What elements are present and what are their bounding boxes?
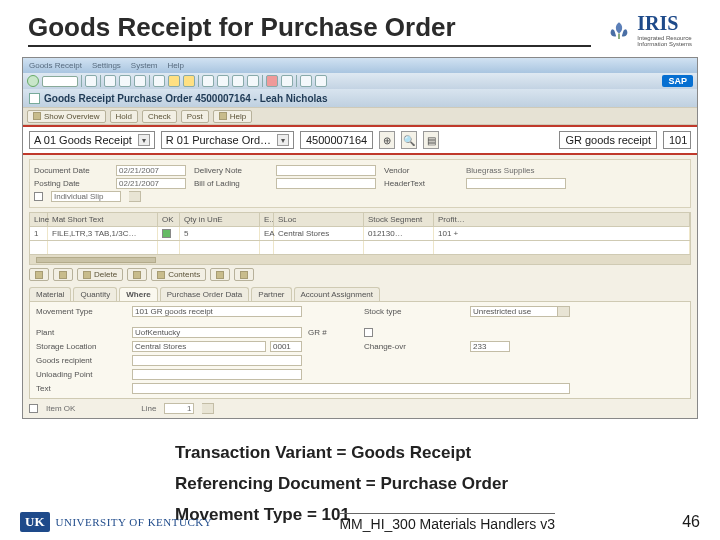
page-number: 46 <box>682 513 700 531</box>
plant-field[interactable]: UofKentucky <box>132 327 302 338</box>
grid-btn-2[interactable] <box>53 268 73 281</box>
item-ok-check[interactable] <box>29 404 38 413</box>
next-icon[interactable] <box>232 75 244 87</box>
findnext-icon[interactable] <box>183 75 195 87</box>
text-field[interactable] <box>132 383 570 394</box>
grid-btn-contents[interactable]: Contents <box>151 268 206 281</box>
menu-gr[interactable]: Goods Receipt <box>29 61 82 70</box>
first-icon[interactable] <box>202 75 214 87</box>
execute-icon[interactable]: ⊕ <box>379 131 395 149</box>
help-icon[interactable] <box>300 75 312 87</box>
sap-std-toolbar: SAP <box>23 73 697 89</box>
command-field[interactable] <box>42 76 78 87</box>
variant-a01-label: A 01 Goods Receipt <box>34 134 132 146</box>
grid-btn-4[interactable] <box>127 268 147 281</box>
lbl-header: HeaderText <box>384 179 458 188</box>
layout-icon[interactable] <box>315 75 327 87</box>
prev-icon[interactable] <box>217 75 229 87</box>
hold-button[interactable]: Hold <box>110 110 138 123</box>
show-overview-button[interactable]: Show Overview <box>27 110 106 123</box>
menu-help[interactable]: Help <box>168 61 184 70</box>
sloc-code[interactable]: 0001 <box>270 341 302 352</box>
menu-settings[interactable]: Settings <box>92 61 121 70</box>
grid-btn-1[interactable] <box>29 268 49 281</box>
sloc-field[interactable]: Central Stores <box>132 341 266 352</box>
lbl-gri: GR # <box>308 328 358 337</box>
gr-text-field[interactable]: GR goods receipt <box>559 131 657 149</box>
item-row[interactable]: 1 FILE,LTR,3 TAB,1/3C… 5 EA Central Stor… <box>29 227 691 241</box>
deliv-note-field[interactable] <box>276 165 376 176</box>
ok-checkbox[interactable] <box>162 229 171 238</box>
print-icon[interactable] <box>153 75 165 87</box>
toggle-icon[interactable] <box>29 93 40 104</box>
last-icon[interactable] <box>247 75 259 87</box>
lbl-plant: Plant <box>36 328 126 337</box>
post-button[interactable]: Post <box>181 110 209 123</box>
shortcut-icon[interactable] <box>281 75 293 87</box>
unload-field[interactable] <box>132 369 302 380</box>
tab-acct[interactable]: Account Assignment <box>294 287 380 301</box>
tab-podata[interactable]: Purchase Order Data <box>160 287 250 301</box>
sap-logo: SAP <box>662 75 693 87</box>
menu-system[interactable]: System <box>131 61 158 70</box>
stock-field[interactable]: Unrestricted use <box>470 306 558 317</box>
back-icon[interactable] <box>104 75 116 87</box>
cell-line: 1 <box>30 227 48 240</box>
cancel-icon[interactable] <box>134 75 146 87</box>
movement-type-field[interactable]: 101 <box>663 131 691 149</box>
lbl-unload: Unloading Point <box>36 370 126 379</box>
reference-doc-dropdown[interactable]: R 01 Purchase Ord… ▾ <box>161 131 294 149</box>
tab-partner[interactable]: Partner <box>251 287 291 301</box>
slip-dropdown[interactable]: Individual Slip <box>51 191 121 202</box>
find-icon[interactable] <box>168 75 180 87</box>
search-po-icon[interactable]: 🔍 <box>401 131 417 149</box>
cell-desc: FILE,LTR,3 TAB,1/3C… <box>48 227 158 240</box>
module-name: MM_HI_300 Materials Handlers v3 <box>339 513 555 532</box>
lbl-chg: Change-ovr <box>364 342 464 351</box>
lbl-delivnote: Delivery Note <box>194 166 268 175</box>
gr-recipient-field[interactable] <box>132 355 302 366</box>
enter-icon[interactable] <box>27 75 39 87</box>
dropdown-icon[interactable] <box>558 306 570 317</box>
sap-transaction-title: Goods Receipt Purchase Order 4500007164 … <box>23 89 697 107</box>
indiv-slip-check[interactable] <box>34 192 43 201</box>
iris-logo-sub: Integrated ResourceInformation Systems <box>637 35 692 47</box>
mvt-field[interactable]: 101 GR goods receipt <box>132 306 302 317</box>
line-nav-icon[interactable] <box>202 403 214 414</box>
bill-field[interactable] <box>276 178 376 189</box>
line-field[interactable]: 1 <box>164 403 194 414</box>
doc-date-field[interactable]: 02/21/2007 <box>116 165 186 176</box>
transaction-variant-dropdown[interactable]: A 01 Goods Receipt ▾ <box>29 131 155 149</box>
tab-where[interactable]: Where <box>119 287 157 301</box>
lbl-stock: Stock type <box>364 307 464 316</box>
save-icon[interactable] <box>85 75 97 87</box>
col-mat: Mat Short Text <box>48 213 158 226</box>
post-date-field[interactable]: 02/21/2007 <box>116 178 186 189</box>
newsession-icon[interactable] <box>266 75 278 87</box>
check-button[interactable]: Check <box>142 110 177 123</box>
options-icon[interactable]: ▤ <box>423 131 439 149</box>
item-row-empty <box>29 241 691 255</box>
col-prof: Profit… <box>434 213 690 226</box>
iris-logo: IRIS Integrated ResourceInformation Syst… <box>605 12 692 47</box>
grid-btn-6[interactable] <box>210 268 230 281</box>
where-panel: Movement Type 101 GR goods receipt Stock… <box>29 301 691 399</box>
po-number-field[interactable]: 4500007164 <box>300 131 373 149</box>
grid-button-row: Delete Contents <box>29 268 691 281</box>
grid-scrollbar[interactable] <box>29 255 691 265</box>
headertext-field[interactable] <box>466 178 566 189</box>
sap-app-toolbar: Show Overview Hold Check Post Help <box>23 107 697 125</box>
chg-field[interactable]: 233 <box>470 341 510 352</box>
gri-check[interactable] <box>364 328 373 337</box>
dropdown-icon[interactable] <box>129 191 141 202</box>
iris-flower-icon <box>605 19 633 41</box>
col-ok: OK <box>158 213 180 226</box>
exit-icon[interactable] <box>119 75 131 87</box>
help-button[interactable]: Help <box>213 110 252 123</box>
vendor-value: Bluegrass Supplies <box>466 166 534 175</box>
grid-btn-delete[interactable]: Delete <box>77 268 123 281</box>
grid-btn-7[interactable] <box>234 268 254 281</box>
tab-material[interactable]: Material <box>29 287 71 301</box>
uk-logo: UK UNIVERSITY OF KENTUCKY <box>20 512 212 532</box>
tab-quantity[interactable]: Quantity <box>73 287 117 301</box>
